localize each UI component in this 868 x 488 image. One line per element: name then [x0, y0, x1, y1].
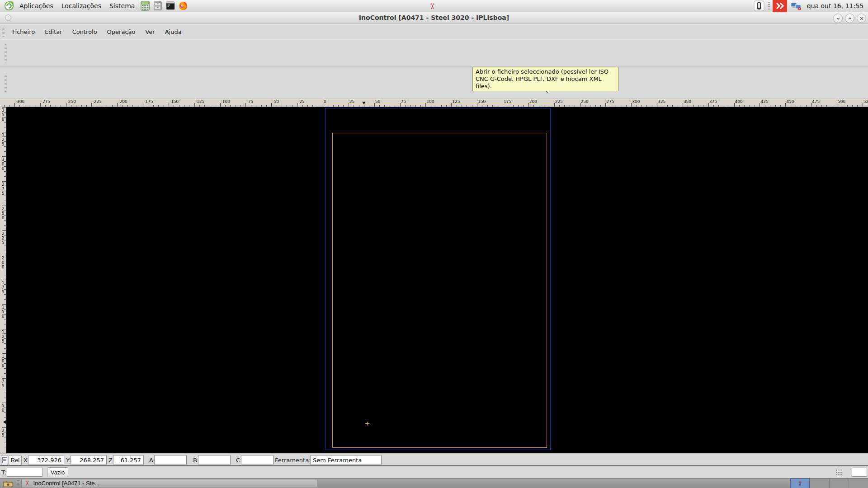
- ruler-x-cursor: [362, 102, 366, 104]
- clock[interactable]: qua out 16, 11:55: [805, 2, 865, 9]
- y-position-field[interactable]: [71, 455, 107, 465]
- taskbar-separator-dots: [17, 480, 19, 487]
- menu-aplicacoes[interactable]: Aplicações: [15, 1, 57, 10]
- tray-fast-forward-icon[interactable]: [773, 0, 787, 12]
- main-toolbar-drag-handle[interactable]: [5, 74, 7, 94]
- desktop-taskbar: ✂ InoControl [A0471 - Ste... ✂: [0, 478, 868, 488]
- b-position-field[interactable]: [198, 455, 231, 465]
- tooltip-line2: CNC G-Code, HPGL PLT, DXF e Inocam XML f…: [476, 75, 615, 90]
- main-toolbar: Iniciar Pausa StopJob Emergência Origem …: [0, 67, 868, 99]
- t-label: T:: [1, 469, 6, 476]
- menu-ver[interactable]: Ver: [140, 27, 160, 37]
- t-number-field[interactable]: [7, 468, 43, 477]
- window-title: InoControl [A0471 - Steel 3020 - IPLisbo…: [359, 14, 509, 21]
- task-title: InoControl [A0471 - Ste...: [33, 480, 100, 487]
- scissors-icon: ✂: [24, 480, 31, 486]
- horizontal-ruler: -325-300-275-250-225-200-175-150-125-100…: [0, 99, 868, 107]
- c-position-field[interactable]: [241, 455, 274, 465]
- workspace-3[interactable]: [829, 479, 849, 488]
- minimize-button[interactable]: [833, 14, 843, 23]
- menu-sistema[interactable]: Sistema: [105, 1, 139, 10]
- app-menubar: Ficheiro Editar Controlo Operação Ver Aj…: [0, 24, 868, 39]
- rel-button[interactable]: Rel: [9, 455, 22, 465]
- tooltip-line1: Abrir o ficheiro seleccionado (possível …: [476, 68, 615, 75]
- ferramenta-label: Ferramenta:: [275, 457, 311, 464]
- workspace-switcher: ✂: [790, 479, 868, 488]
- mint-logo-icon[interactable]: [4, 0, 14, 11]
- maximize-button[interactable]: [845, 14, 854, 23]
- menu-ajuda[interactable]: Ajuda: [160, 27, 187, 37]
- taskbar-inocontrol-task[interactable]: ✂ InoControl [A0471 - Ste...: [21, 479, 317, 488]
- menu-editar[interactable]: Editar: [40, 27, 67, 37]
- window-menu-button[interactable]: [5, 14, 11, 21]
- file-manager-taskbar-icon[interactable]: [1, 479, 15, 488]
- machine-viewport[interactable]: 0255075100125150175200225250275300325350: [0, 107, 868, 453]
- resize-grip[interactable]: [835, 469, 843, 475]
- vazio-button[interactable]: Vazio: [47, 467, 68, 477]
- network-tray-icon[interactable]: [791, 0, 802, 11]
- menu-operacao[interactable]: Operação: [102, 27, 141, 37]
- vertical-ruler: 0255075100125150175200225250275300325350: [0, 107, 6, 453]
- firefox-launcher-icon[interactable]: [178, 0, 189, 11]
- desktop-scissors-icon: ✂: [427, 1, 438, 12]
- sheet-outline: [332, 133, 547, 448]
- scissors-icon: ✂: [797, 481, 803, 486]
- a-position-field[interactable]: [154, 455, 187, 465]
- z-position-field[interactable]: [113, 455, 144, 465]
- tool-position-marker: [365, 422, 369, 426]
- workspace-2[interactable]: [810, 479, 829, 488]
- close-button[interactable]: [857, 14, 866, 23]
- ferramenta-field[interactable]: [310, 455, 382, 465]
- coords-mode-icon-button[interactable]: [1, 455, 8, 465]
- file-toolbar-drag-handle[interactable]: [5, 44, 7, 63]
- abrir-tooltip: Abrir o ficheiro seleccionado (possível …: [472, 67, 618, 91]
- phone-tray-icon[interactable]: [754, 0, 764, 11]
- file-cabinet-launcher-icon[interactable]: [152, 0, 163, 11]
- menu-controlo[interactable]: Controlo: [67, 27, 102, 37]
- calculator-launcher-icon[interactable]: [140, 0, 151, 11]
- workspace-4[interactable]: [849, 479, 868, 488]
- ruler-y-cursor: [3, 420, 6, 424]
- desktop-panel: Aplicações Localizações Sistema ✂ qua ou…: [0, 0, 868, 12]
- menu-ficheiro[interactable]: Ficheiro: [7, 27, 40, 37]
- corner-mini-field[interactable]: [852, 468, 867, 477]
- window-titlebar: InoControl [A0471 - Steel 3020 - IPLisbo…: [0, 12, 868, 24]
- file-toolbar: Ficheiro: Abrir Top Velocidade: 100.00: [0, 39, 868, 67]
- x-position-field[interactable]: [28, 455, 64, 465]
- menu-localizacoes[interactable]: Localizações: [57, 1, 105, 10]
- terminal-launcher-icon[interactable]: [165, 0, 176, 11]
- tray-separator-dots: [768, 2, 770, 10]
- menubar-drag-handle[interactable]: [2, 27, 5, 37]
- workspace-1[interactable]: ✂: [790, 479, 810, 488]
- position-statusbar: Rel X: Y: Z: A: B: C: Ferramenta:: [0, 453, 868, 466]
- tool-number-row: T: Vazio: [0, 466, 868, 478]
- page-edit-icon: [2, 457, 7, 463]
